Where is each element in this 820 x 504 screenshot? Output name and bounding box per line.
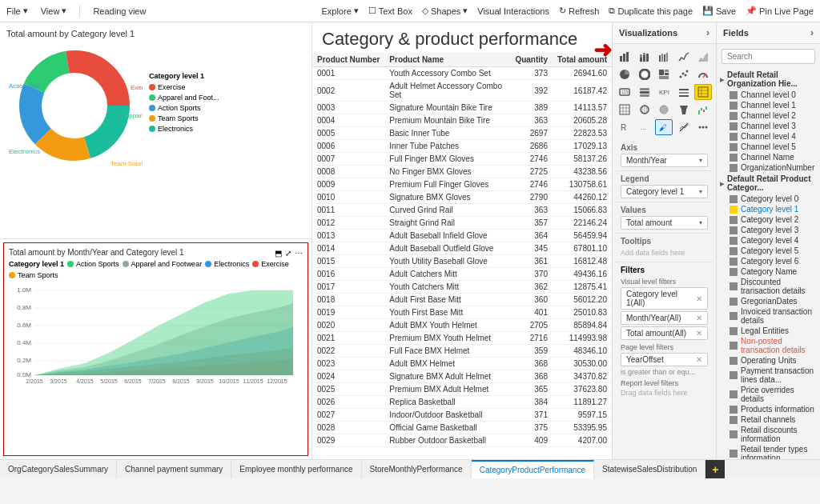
page-filter-x[interactable]: ✕ [696, 355, 702, 364]
field-leaf-item[interactable]: OrganizationNumber [717, 162, 820, 173]
tab-statewisesalesdistribution[interactable]: StatewiseSalesDistribution [594, 460, 705, 478]
viz-icon-bar[interactable] [616, 49, 633, 65]
shapes-btn[interactable]: ◇ Shapes ▾ [422, 6, 468, 16]
filter-3-x[interactable]: ✕ [696, 329, 702, 338]
filter-2-x[interactable]: ✕ [696, 314, 702, 322]
table-row[interactable]: 0028Official Game Basketball37553395.95 [312, 422, 612, 434]
field-leaf-item[interactable]: Category level 2 [717, 214, 820, 225]
field-leaf-item[interactable]: Payment transaction lines data... [717, 366, 820, 385]
tab-employee-monthly-performance[interactable]: Employee monthly performance [231, 460, 361, 478]
table-row[interactable]: 0010Signature BMX Gloves279044260.12 [312, 191, 612, 204]
page-filter-yearoffset[interactable]: YearOffset ✕ [621, 353, 708, 366]
view-menu[interactable]: View ▾ [41, 6, 67, 16]
viz-icon-matrix[interactable] [616, 102, 633, 118]
viz-icon-treemap[interactable] [655, 66, 673, 82]
viz-icon-custom[interactable]: ... [636, 119, 653, 135]
table-row[interactable]: 0005Basic Inner Tube269722823.53 [312, 127, 612, 140]
values-pill[interactable]: Total amount ▾ [621, 216, 708, 230]
field-leaf-item[interactable]: Category level 5 [717, 246, 820, 256]
table-row[interactable]: 0019Youth First Base Mitt40125010.83 [312, 306, 612, 319]
field-leaf-item[interactable]: Invoiced transaction details [717, 306, 820, 326]
viz-icon-card[interactable]: 123 [616, 84, 633, 100]
field-leaf-item[interactable]: Channel level 2 [717, 110, 820, 121]
legend-dropdown[interactable]: ▾ [699, 188, 702, 195]
table-row[interactable]: 0013Adult Baseball Infield Glove36456459… [312, 230, 612, 242]
field-leaf-item[interactable]: Price overrides details [717, 385, 820, 404]
table-row[interactable]: 0018Adult First Base Mitt36056012.20 [312, 294, 612, 306]
pin-live-btn[interactable]: 📌 Pin Live Page [746, 6, 814, 16]
table-row[interactable]: 0008No Finger BMX Gloves272543238.56 [312, 166, 612, 178]
axis-dropdown[interactable]: ▾ [699, 157, 702, 164]
textbox-btn[interactable]: ☐ Text Box [368, 6, 412, 16]
table-row[interactable]: 0009Premium Full Finger Gloves2746130758… [312, 178, 612, 191]
viz-icon-waterfall[interactable] [694, 102, 712, 118]
field-leaf-item[interactable]: Products information [717, 404, 820, 414]
reading-view[interactable]: Reading view [93, 6, 146, 16]
table-scroll[interactable]: Product Number Product Name Quantity Tot… [312, 53, 612, 450]
table-row[interactable]: 0001Youth Accessory Combo Set37326941.60 [312, 67, 612, 80]
viz-icon-donut[interactable] [636, 66, 653, 82]
fields-search[interactable] [722, 49, 815, 64]
field-leaf-item[interactable]: Category level 1 [717, 204, 820, 214]
refresh-btn[interactable]: ↻ Refresh [559, 6, 600, 16]
viz-icon-pie[interactable] [616, 66, 633, 82]
table-row[interactable]: 0003Signature Mountain Bike Tire38914113… [312, 102, 612, 114]
duplicate-btn[interactable]: ⧉ Duplicate this page [609, 6, 693, 16]
viz-icon-table[interactable] [694, 84, 712, 100]
viz-icon-filled-map[interactable] [655, 102, 673, 118]
table-row[interactable]: 0014Adult Baseball Outfield Glove3456780… [312, 242, 612, 255]
table-row[interactable]: 0030Synthetic Basketball41912955.76 [312, 447, 612, 450]
table-row[interactable]: 0002Adult Helmet Accessory Combo Set3921… [312, 80, 612, 102]
table-row[interactable]: 0023Adult BMX Helmet36830530.00 [312, 358, 612, 370]
visual-filter-2[interactable]: Month/Year(All) ✕ [621, 311, 708, 325]
viz-icon-more[interactable] [694, 119, 712, 135]
save-btn[interactable]: 💾 Save [702, 6, 736, 16]
line-chart-focus[interactable]: ⤢ [285, 249, 291, 258]
legend-pill[interactable]: Category level 1 ▾ [621, 185, 708, 198]
field-leaf-item[interactable]: Category Name [717, 266, 820, 277]
field-leaf-item[interactable]: Retail discounts information [717, 425, 820, 444]
viz-icon-slicer[interactable] [675, 84, 693, 100]
viz-icon-map[interactable] [636, 102, 653, 118]
values-dropdown[interactable]: ▾ [699, 219, 702, 226]
table-row[interactable]: 0011Curved Grind Rail36315066.83 [312, 204, 612, 217]
table-row[interactable]: 0017Youth Catchers Mitt36212875.41 [312, 281, 612, 294]
table-row[interactable]: 0012Straight Grind Rail35722146.24 [312, 217, 612, 230]
field-leaf-item[interactable]: Category level 0 [717, 194, 820, 204]
field-leaf-item[interactable]: Category level 6 [717, 256, 820, 266]
table-row[interactable]: 0029Rubber Outdoor Basketball4094207.00 [312, 434, 612, 447]
viz-icon-line[interactable] [675, 49, 693, 65]
fields-panel-close[interactable]: › [810, 27, 814, 38]
field-leaf-item[interactable]: Channel level 4 [717, 131, 820, 142]
table-row[interactable]: 0026Replica Basketball38411891.27 [312, 396, 612, 409]
visual-interactions-btn[interactable]: Visual Interactions [477, 6, 549, 16]
viz-icon-funnel[interactable] [675, 102, 693, 118]
viz-icon-scatter[interactable] [675, 66, 693, 82]
field-leaf-item[interactable]: Category level 3 [717, 225, 820, 235]
viz-panel-close[interactable]: › [706, 27, 709, 38]
viz-icon-area[interactable] [694, 49, 712, 65]
table-row[interactable]: 0015Youth Utility Baseball Glove36116812… [312, 255, 612, 268]
visual-filter-1[interactable]: Category level 1(All) ✕ [621, 287, 708, 310]
field-leaf-item[interactable]: Channel level 0 [717, 90, 820, 100]
viz-icon-clustered-bar[interactable] [655, 49, 673, 65]
tab-storemonthlyperformance[interactable]: StoreMonthlyPerformance [362, 460, 472, 478]
tab-channel-payment-summary[interactable]: Channel payment summary [117, 460, 231, 478]
viz-icon-gauge[interactable] [694, 66, 712, 82]
table-row[interactable]: 0025Premium BMX Adult Helmet36537623.80 [312, 383, 612, 396]
line-chart-expand[interactable]: ⬒ [275, 249, 282, 258]
add-tab-button[interactable]: + [705, 460, 725, 478]
table-row[interactable]: 0027Indoor/Outdoor Basketball3719597.15 [312, 409, 612, 422]
col-product-name[interactable]: Product Name [384, 53, 510, 67]
field-leaf-item[interactable]: Channel level 3 [717, 121, 820, 131]
viz-icon-multirow[interactable] [636, 84, 653, 100]
file-menu[interactable]: File ▾ [6, 6, 28, 16]
col-product-number[interactable]: Product Number [312, 53, 384, 67]
field-group-item[interactable]: ▸Default Retail Product Categor... [717, 173, 820, 194]
visual-filter-3[interactable]: Total amount(All) ✕ [621, 326, 708, 340]
field-leaf-item[interactable]: Retail tender types information [717, 444, 820, 459]
field-group-item[interactable]: ▸Default Retail Organization Hie... [717, 69, 820, 90]
viz-icon-stacked-bar[interactable] [636, 49, 653, 65]
line-chart-more[interactable]: ⋯ [295, 249, 303, 258]
viz-icon-kpi[interactable]: KPI [655, 84, 673, 100]
